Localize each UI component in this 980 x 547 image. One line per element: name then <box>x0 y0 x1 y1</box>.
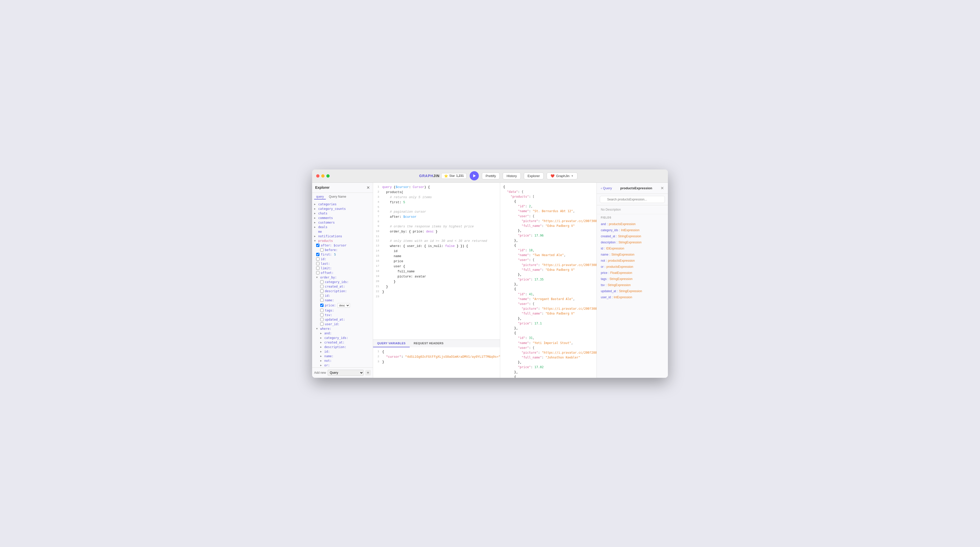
price-order-select[interactable]: desc asc <box>337 303 350 308</box>
tree-item-limit[interactable]: limit: <box>312 266 373 270</box>
close-button[interactable] <box>316 174 320 178</box>
tree-item-customers[interactable]: ▶ customers <box>312 220 373 225</box>
tree-item-comments[interactable]: ▶ comments <box>312 216 373 220</box>
tree-item-ob-user-id[interactable]: user_id: <box>312 322 373 326</box>
schema-field-user-id[interactable]: user_id : IntExpression <box>597 294 668 300</box>
tree-item-w-not[interactable]: ▶ not: <box>312 358 373 363</box>
checkbox-ob-description[interactable] <box>320 289 323 293</box>
schema-field-id[interactable]: id : IDExpression <box>597 245 668 251</box>
tree-item-ob-tags[interactable]: tags: <box>312 308 373 313</box>
checkbox-limit[interactable] <box>316 267 320 270</box>
minimize-button[interactable] <box>321 174 325 178</box>
schema-field-or[interactable]: or : productsExpression <box>597 264 668 270</box>
checkbox-ob-tags[interactable] <box>320 309 323 312</box>
sidebar-close-button[interactable]: ✕ <box>366 185 370 190</box>
schema-description: No Description <box>597 205 668 214</box>
add-type-select[interactable]: Query Mutation Subscription <box>328 370 364 376</box>
tree-item-ob-created-at[interactable]: created_at: <box>312 284 373 289</box>
tree-item-first[interactable]: first: 5 <box>312 252 373 257</box>
schema-field-and[interactable]: and : productsExpression <box>597 221 668 227</box>
tree-item-w-created-at[interactable]: ▶ created_at: <box>312 340 373 345</box>
schema-back-button[interactable]: ‹ Query <box>601 186 612 190</box>
tree-item-w-id[interactable]: ▶ id: <box>312 349 373 354</box>
schema-field-tags[interactable]: tags : StringExpression <box>597 276 668 282</box>
tree-item-category-counts[interactable]: ▶ category_counts <box>312 207 373 211</box>
checkbox-id[interactable] <box>316 258 320 261</box>
checkbox-ob-user-id[interactable] <box>320 323 323 326</box>
tree-item-products[interactable]: ▼ products <box>312 239 373 243</box>
tree-item-w-description[interactable]: ▶ description: <box>312 345 373 349</box>
tree-item-ob-id[interactable]: id: <box>312 293 373 298</box>
maximize-button[interactable] <box>326 174 329 178</box>
tree-item-ob-category-ids[interactable]: category_ids: <box>312 280 373 284</box>
tree-item-chats[interactable]: ▶ chats <box>312 211 373 216</box>
tree-item-order-by[interactable]: ▼ order_by: <box>312 275 373 280</box>
schema-field-not[interactable]: not : productsExpression <box>597 258 668 264</box>
query-vars-editor[interactable]: 1 { 2 "cursor": "4dSilGg02cFGtFfgXLjsS0a… <box>373 347 500 378</box>
schema-field-name[interactable]: name : StringExpression <box>597 251 668 258</box>
schema-field-created-at[interactable]: created_at : StringExpression <box>597 233 668 239</box>
code-line-1: 1 query ($cursor: Cursor) { <box>373 185 500 190</box>
checkbox-last[interactable] <box>316 262 320 265</box>
tab-query-name[interactable]: Query Name <box>327 194 348 199</box>
tree-item-w-category-ids[interactable]: ▶ category_ids: <box>312 336 373 340</box>
checkbox-ob-price[interactable] <box>320 304 323 307</box>
graphjin-menu-button[interactable]: ❤️ GraphJin ▼ <box>547 173 578 180</box>
toolbar: GRAPHJIN ⭐ Star 1,231 Prettify History E… <box>332 171 664 180</box>
tree-item-notifications[interactable]: ▶ notifications <box>312 234 373 239</box>
history-button[interactable]: History <box>503 173 520 180</box>
tree-item-ob-tsv[interactable]: tsv: <box>312 313 373 317</box>
explorer-button[interactable]: Explorer <box>524 173 544 180</box>
tree-item-w-name[interactable]: ▶ name: <box>312 354 373 358</box>
schema-field-description[interactable]: description : StringExpression <box>597 239 668 245</box>
expand-icon: ▶ <box>320 355 324 358</box>
tree-item-me[interactable]: me <box>312 229 373 234</box>
schema-field-tsv[interactable]: tsv : StringExpression <box>597 282 668 288</box>
tree-item-w-or[interactable]: ▶ or: <box>312 363 373 367</box>
github-star-button[interactable]: ⭐ Star 1,231 <box>441 173 467 179</box>
tree-item-where[interactable]: ▼ where: <box>312 326 373 331</box>
tree-item-deals[interactable]: ▶ deals <box>312 225 373 229</box>
tree-item-w-and[interactable]: ▶ and: <box>312 331 373 336</box>
tab-request-headers[interactable]: REQUEST HEADERS <box>410 340 448 347</box>
checkbox-ob-id[interactable] <box>320 294 323 297</box>
json-line: }, <box>500 370 597 375</box>
tree-item-last[interactable]: last: <box>312 261 373 266</box>
schema-field-price[interactable]: price : FloatExpression <box>597 270 668 276</box>
json-line: }, <box>500 282 597 287</box>
checkbox-ob-category-ids[interactable] <box>320 280 323 283</box>
checkbox-before[interactable] <box>320 248 323 251</box>
tree-item-after[interactable]: after: $cursor <box>312 243 373 248</box>
expand-icon: ▶ <box>314 226 318 228</box>
checkbox-after[interactable] <box>316 244 320 247</box>
tree-item-categories[interactable]: ▶ categories <box>312 202 373 207</box>
tree-item-ob-name[interactable]: name: <box>312 298 373 302</box>
code-line-11: 11 <box>373 234 500 239</box>
tab-query-variables[interactable]: QUERY VARIABLES <box>373 340 410 347</box>
tree-item-id[interactable]: id: <box>312 257 373 261</box>
code-line-22: 22 } <box>373 289 500 294</box>
run-query-button[interactable] <box>470 171 479 180</box>
checkbox-ob-updated-at[interactable] <box>320 318 323 321</box>
tree-item-offset[interactable]: offset: <box>312 270 373 275</box>
checkbox-ob-created-at[interactable] <box>320 285 323 288</box>
code-area[interactable]: 1 query ($cursor: Cursor) { 2 products( … <box>373 183 500 339</box>
schema-field-category-ids[interactable]: category_ids : IntExpression <box>597 227 668 233</box>
tree-item-ob-description[interactable]: description: <box>312 289 373 293</box>
schema-close-button[interactable]: ✕ <box>660 186 664 191</box>
schema-search-input[interactable] <box>600 196 665 203</box>
query-vars-content[interactable]: 1 { 2 "cursor": "4dSilGg02cFGtFfgXLjsS0a… <box>373 347 500 378</box>
json-line: { <box>500 375 597 378</box>
add-button[interactable]: + <box>365 370 371 375</box>
tree-item-ob-price[interactable]: price: desc asc <box>312 302 373 308</box>
checkbox-ob-tsv[interactable] <box>320 313 323 316</box>
checkbox-ob-name[interactable] <box>320 299 323 302</box>
checkbox-offset[interactable] <box>316 271 320 274</box>
tree-item-before[interactable]: before: <box>312 248 373 252</box>
tab-query[interactable]: query <box>314 194 326 199</box>
json-line: }, <box>500 238 597 243</box>
schema-field-updated-at[interactable]: updated_at : StringExpression <box>597 288 668 294</box>
checkbox-first[interactable] <box>316 253 320 256</box>
tree-item-ob-updated-at[interactable]: updated_at: <box>312 317 373 322</box>
prettify-button[interactable]: Prettify <box>482 173 500 180</box>
